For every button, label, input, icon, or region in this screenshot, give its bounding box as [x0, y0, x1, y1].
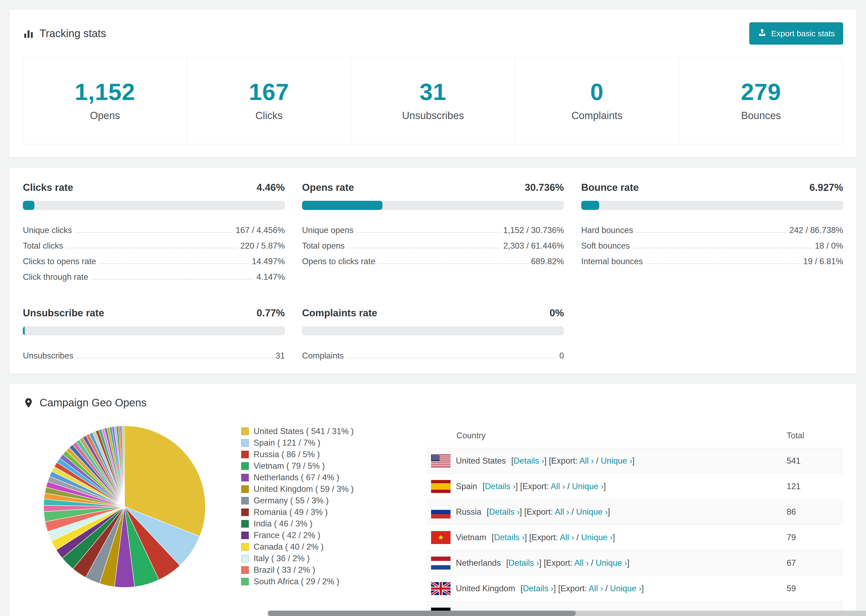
rate-row-label: Unsubscribes [23, 351, 73, 361]
details-link[interactable]: Details › [485, 482, 516, 491]
country-name: Spain [456, 482, 477, 491]
rate-percent: 4.46% [257, 182, 285, 193]
country-name: United Kingdom [456, 584, 515, 593]
details-link[interactable]: Details › [523, 584, 553, 593]
country-total: 541 [781, 448, 843, 474]
rate-block-complaints-rate: Complaints rate0%Complaints0 [302, 308, 564, 361]
rate-row-label: Complaints [302, 351, 344, 361]
legend-item-united-states: United States ( 541 / 31% ) [241, 426, 419, 437]
stat-label: Clicks [187, 110, 351, 121]
export-unique-link[interactable]: Unique › [610, 584, 641, 593]
dotted-leader [633, 248, 812, 248]
export-all-link[interactable]: All › [560, 533, 574, 542]
rate-row-label: Total opens [302, 241, 345, 251]
stat-value: 1,152 [23, 78, 187, 105]
country-total: 121 [781, 474, 843, 499]
rate-row: Internal bounces19 / 6.81% [581, 251, 843, 266]
geo-table-row-vietnam: Vietnam [Details ›] [Export: All › / Uni… [427, 525, 843, 550]
stat-value: 167 [187, 78, 351, 105]
rate-row-value: 14.497% [252, 257, 285, 266]
rate-row-value: 2,303 / 61.446% [503, 241, 564, 251]
horizontal-scrollbar-thumb[interactable] [268, 611, 576, 616]
dotted-leader [646, 263, 800, 264]
export-all-link[interactable]: All › [579, 456, 594, 465]
legend-swatch [241, 578, 249, 585]
rate-head: Opens rate30.736% [302, 182, 564, 193]
stat-box-complaints: 0Complaints [515, 57, 679, 144]
export-unique-link[interactable]: Unique › [576, 507, 608, 517]
rate-rows: Complaints0 [302, 345, 564, 361]
legend-item-india: India ( 46 / 3% ) [241, 518, 419, 530]
details-link[interactable]: Details › [514, 456, 544, 465]
country-name: United States [456, 456, 506, 466]
legend-item-germany: Germany ( 55 / 3% ) [241, 495, 419, 506]
rate-row-label: Unique clicks [23, 225, 72, 235]
stat-value: 31 [351, 78, 515, 105]
export-unique-link[interactable]: Unique › [581, 533, 612, 542]
country-cell: United States [Details ›] [Export: All ›… [431, 454, 776, 467]
rate-progress-fill [23, 201, 35, 210]
rate-percent: 30.736% [525, 182, 564, 193]
country-cell: Vietnam [Details ›] [Export: All › / Uni… [431, 531, 776, 544]
rate-head: Clicks rate4.46% [23, 182, 285, 193]
rate-percent: 0.77% [257, 308, 285, 319]
rate-percent: 0% [550, 308, 564, 319]
legend-swatch [241, 439, 249, 447]
export-unique-link[interactable]: Unique › [601, 456, 632, 465]
rate-progress-track [302, 326, 564, 335]
legend-swatch [241, 532, 249, 539]
country-cell: Netherlands [Details ›] [Export: All › /… [431, 556, 776, 569]
export-unique-link[interactable]: Unique › [572, 482, 603, 491]
legend-swatch [241, 543, 249, 551]
export-basic-stats-button[interactable]: Export basic stats [749, 22, 843, 45]
geo-content: United States ( 541 / 31% )Spain ( 121 /… [23, 423, 843, 616]
country-name: Russia [456, 507, 482, 517]
rate-row-value: 0 [559, 351, 564, 361]
rate-title: Clicks rate [23, 182, 73, 193]
rate-row: Click through rate4.147% [23, 266, 285, 282]
rate-row-value: 167 / 4.456% [236, 225, 285, 235]
country-name: Netherlands [456, 558, 501, 568]
rates-grid: Clicks rate4.46%Unique clicks167 / 4.456… [23, 180, 843, 361]
rate-block-opens-rate: Opens rate30.736%Unique opens1,152 / 30.… [302, 182, 564, 282]
rate-row-label: Total clicks [23, 241, 63, 251]
details-link[interactable]: Details › [489, 507, 520, 517]
legend-item-south-africa: South Africa ( 29 / 2% ) [241, 576, 419, 587]
rate-row-label: Click through rate [23, 272, 88, 282]
dotted-leader [378, 263, 527, 264]
legend-item-spain: Spain ( 121 / 7% ) [241, 437, 419, 449]
legend-item-russia: Russia ( 86 / 5% ) [241, 449, 419, 460]
details-link[interactable]: Details › [494, 533, 525, 542]
country-links: [Details ›] [Export: All › / Unique ›] [521, 584, 644, 593]
country-links: [Details ›] [Export: All › / Unique ›] [487, 507, 610, 517]
export-all-link[interactable]: All › [589, 584, 603, 593]
export-all-link[interactable]: All › [574, 558, 589, 567]
rate-rows: Unsubscribes31 [23, 345, 285, 361]
legend-swatch [241, 486, 249, 493]
flag-vietnam-icon [431, 531, 450, 544]
legend-label: France ( 42 / 2% ) [254, 531, 320, 540]
country-name: Vietnam [456, 533, 486, 542]
legend-label: Canada ( 40 / 2% ) [254, 542, 324, 552]
rate-row-value: 31 [276, 351, 285, 361]
details-link[interactable]: Details › [509, 558, 539, 567]
dotted-leader [636, 232, 786, 233]
export-all-link[interactable]: All › [555, 507, 569, 517]
legend-label: Germany ( 55 / 3% ) [254, 496, 329, 506]
legend-swatch [241, 566, 249, 574]
dotted-leader [348, 248, 500, 248]
country-links: [Details ›] [Export: All › / Unique ›] [506, 558, 629, 568]
country-cell: United Kingdom [Details ›] [Export: All … [431, 582, 776, 595]
country-total: 79 [781, 525, 843, 550]
export-all-link[interactable]: All › [551, 482, 565, 491]
country-column-header: Country [427, 423, 781, 448]
rate-title: Complaints rate [302, 308, 377, 319]
legend-swatch [241, 509, 249, 516]
export-unique-link[interactable]: Unique › [596, 558, 627, 567]
campaign-overview-page: Tracking stats Export basic stats 1,152O… [0, 0, 866, 616]
legend-swatch [241, 474, 249, 481]
geo-table-row-russia: Russia [Details ›] [Export: All › / Uniq… [427, 499, 843, 525]
country-cell: Russia [Details ›] [Export: All › / Uniq… [431, 506, 776, 519]
export-basic-stats-label: Export basic stats [771, 29, 835, 38]
horizontal-scrollbar[interactable] [268, 611, 866, 616]
